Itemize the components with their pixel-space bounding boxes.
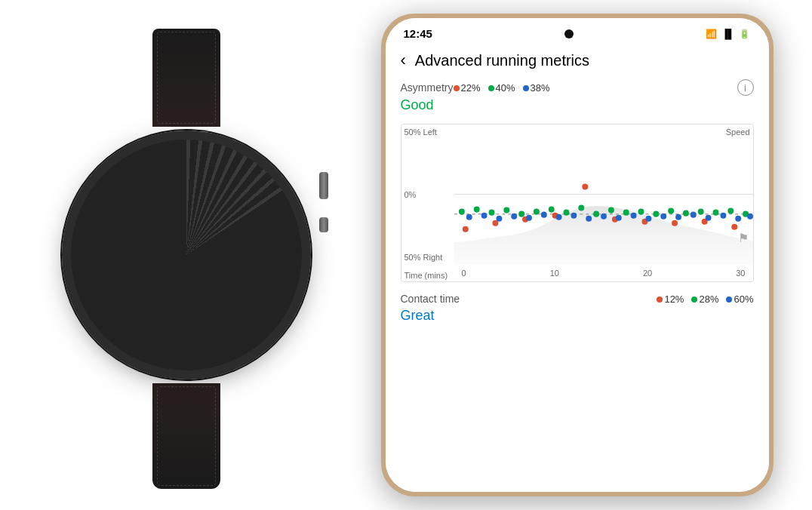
phone-frame: 12:45 📶 ▐▌ 🔋 ‹ Advanced running metrics bbox=[381, 14, 774, 496]
contact-time-value: Great bbox=[401, 308, 754, 324]
svg-point-22 bbox=[607, 207, 614, 214]
dot3: 38% bbox=[523, 82, 550, 94]
svg-point-11 bbox=[731, 224, 737, 230]
svg-point-24 bbox=[638, 209, 644, 215]
contact-time-label: Contact time bbox=[401, 293, 460, 305]
contact-time-header: Contact time 12% 28% 60% bbox=[401, 293, 754, 305]
contact-time-section: Contact time 12% 28% 60% Great bbox=[401, 293, 754, 331]
watch-bar-right-label: Right bbox=[201, 281, 219, 289]
svg-point-42 bbox=[615, 215, 621, 221]
dot2: 40% bbox=[488, 82, 515, 94]
info-icon[interactable]: i bbox=[737, 79, 754, 96]
svg-point-29 bbox=[712, 210, 718, 216]
ct-dot1: 12% bbox=[657, 293, 684, 305]
svg-point-49 bbox=[720, 213, 726, 219]
asymmetry-chart: 50% Left 0% 50% Right bbox=[401, 124, 754, 282]
svg-point-39 bbox=[571, 213, 577, 219]
watch-crown-bottom bbox=[319, 217, 328, 232]
x-label-20: 20 bbox=[643, 269, 652, 278]
page-title: Advanced running metrics bbox=[415, 52, 589, 69]
watch-bar-left-shape bbox=[148, 238, 175, 278]
back-button[interactable]: ‹ bbox=[401, 51, 406, 70]
asymmetry-header: Asymmetry 22% 40% 38% i bbox=[401, 79, 754, 96]
svg-point-27 bbox=[682, 210, 688, 217]
location-icon: 📍 bbox=[159, 203, 168, 211]
svg-point-16 bbox=[518, 211, 524, 217]
svg-point-30 bbox=[727, 208, 734, 214]
svg-point-23 bbox=[623, 210, 629, 216]
svg-point-18 bbox=[548, 207, 554, 213]
svg-point-21 bbox=[593, 211, 599, 217]
contact-time-dots: 12% 28% 60% bbox=[657, 293, 753, 305]
watch-status: Good bbox=[171, 296, 201, 309]
ct-dot1-shape bbox=[657, 296, 663, 303]
svg-point-47 bbox=[690, 212, 696, 218]
svg-point-34 bbox=[496, 216, 502, 222]
svg-point-28 bbox=[697, 209, 703, 215]
svg-point-45 bbox=[660, 214, 666, 220]
svg-point-37 bbox=[540, 212, 546, 218]
ct-dot2: 28% bbox=[691, 293, 718, 305]
y-label-mid: 0% bbox=[401, 190, 454, 199]
phone-inner: 12:45 📶 ▐▌ 🔋 ‹ Advanced running metrics bbox=[386, 18, 769, 492]
svg-point-17 bbox=[533, 209, 539, 215]
dot2-shape bbox=[488, 85, 494, 91]
svg-point-36 bbox=[526, 215, 532, 221]
svg-point-41 bbox=[601, 214, 607, 220]
flag-icon: ⚑ bbox=[738, 231, 749, 245]
ct-dot2-shape bbox=[691, 296, 697, 303]
watch-body: 📍 12:45 PM Asymmetry Left Right bbox=[73, 142, 300, 368]
signal-icon: ▐▌ bbox=[721, 29, 734, 39]
asymmetry-label: Asymmetry bbox=[401, 81, 454, 94]
svg-point-2 bbox=[462, 226, 468, 232]
svg-point-15 bbox=[503, 207, 509, 214]
watch-bar-left: Left bbox=[148, 238, 175, 289]
chart-svg bbox=[454, 124, 753, 265]
watch-bar-divider bbox=[186, 244, 186, 282]
svg-point-13 bbox=[473, 207, 479, 213]
x-label-10: 10 bbox=[550, 269, 559, 278]
watch-strap-bottom bbox=[152, 383, 220, 489]
watch-screen: 📍 12:45 PM Asymmetry Left Right bbox=[111, 180, 262, 330]
svg-point-19 bbox=[563, 210, 569, 216]
ct-dot3-shape bbox=[726, 296, 732, 303]
svg-point-46 bbox=[675, 214, 681, 220]
watch-bar-left-label: Left bbox=[155, 281, 168, 289]
status-icons: 📶 ▐▌ 🔋 bbox=[706, 29, 750, 39]
y-label-top: 50% Left bbox=[401, 128, 454, 137]
svg-point-50 bbox=[735, 216, 741, 222]
svg-point-20 bbox=[578, 205, 584, 211]
watch-strap-top bbox=[152, 29, 220, 127]
watch-time: 12:45 PM bbox=[171, 201, 214, 213]
x-label-30: 30 bbox=[736, 269, 745, 278]
main-container: 📍 12:45 PM Asymmetry Left Right bbox=[0, 0, 812, 510]
svg-point-43 bbox=[630, 213, 636, 219]
y-label-bot: 50% Right bbox=[401, 253, 454, 262]
speed-label: Speed bbox=[726, 128, 750, 137]
svg-point-26 bbox=[668, 208, 674, 214]
asymmetry-value: Good bbox=[401, 97, 754, 113]
svg-point-14 bbox=[488, 210, 494, 216]
svg-point-38 bbox=[555, 214, 561, 220]
status-time: 12:45 bbox=[404, 27, 432, 40]
battery-icon: 🔋 bbox=[739, 29, 750, 39]
watch-outer: 📍 12:45 PM Asymmetry Left Right bbox=[58, 112, 315, 398]
svg-point-6 bbox=[582, 183, 588, 189]
svg-point-12 bbox=[458, 209, 464, 215]
camera-icon bbox=[564, 29, 574, 38]
phone-content: Asymmetry 22% 40% 38% i Good bbox=[386, 79, 769, 492]
wifi-icon: 📶 bbox=[706, 29, 717, 39]
dot1: 22% bbox=[454, 82, 481, 94]
chart-drawing-area: Speed ⚑ bbox=[454, 124, 753, 265]
svg-point-33 bbox=[481, 213, 487, 219]
chart-y-labels: 50% Left 0% 50% Right bbox=[401, 124, 454, 265]
watch-bars: Left Right bbox=[148, 238, 224, 289]
svg-point-48 bbox=[705, 215, 711, 221]
dot3-shape bbox=[523, 85, 529, 91]
watch-metric-title: Asymmetry bbox=[156, 216, 217, 229]
nav-header: ‹ Advanced running metrics bbox=[386, 45, 769, 79]
chart-time-label: Time (mins) bbox=[404, 271, 448, 280]
status-bar: 12:45 📶 ▐▌ 🔋 bbox=[386, 18, 769, 45]
asymmetry-section: Asymmetry 22% 40% 38% i Good bbox=[401, 79, 754, 113]
svg-point-25 bbox=[653, 211, 659, 217]
